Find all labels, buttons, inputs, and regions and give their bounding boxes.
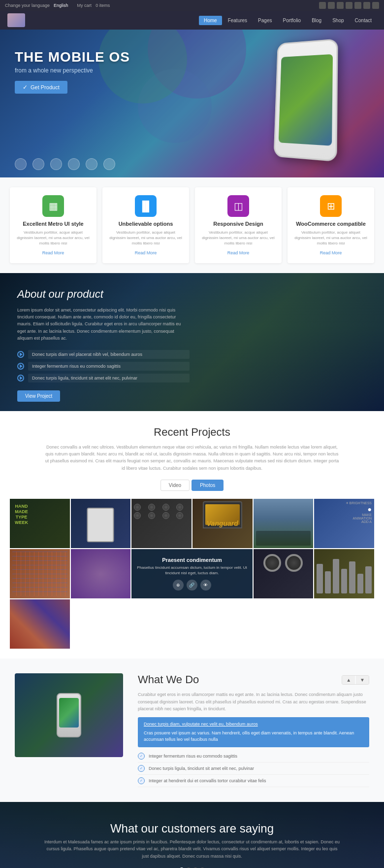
wwd-header: What We Do ▲ ▼	[138, 673, 369, 686]
filter-tabs: Video Photos	[10, 480, 374, 491]
nav-link-home[interactable]: Home	[199, 16, 222, 25]
projects-section: Recent Projects Donec convallis a velit …	[0, 411, 384, 659]
wwd-check-2: ✓	[138, 777, 145, 784]
nav-link-portfolio[interactable]: Portfolio	[278, 16, 306, 25]
wwd-nav-buttons: ▲ ▼	[342, 675, 369, 685]
wwd-highlighted-link[interactable]: Donec turpis diam, vulputate nec velit e…	[144, 721, 363, 728]
social-icon-2[interactable]	[328, 2, 335, 9]
about-desc: Lorem ipsum dolor sit amet, consectetur …	[17, 307, 190, 342]
feature-readmore-2[interactable]: Read More	[201, 250, 276, 255]
wwd-image	[15, 673, 123, 757]
hero-icon-5	[86, 158, 97, 170]
main-nav: Home Features Pages Portfolio Blog Shop …	[0, 11, 384, 30]
special-action-icons: ⊕ 🔗 👁	[173, 580, 211, 590]
nav-link-features[interactable]: Features	[223, 16, 252, 25]
portfolio-item-special[interactable]: Praesent condimentum Phasellus tincidunt…	[131, 549, 252, 598]
filter-photos[interactable]: Photos	[192, 480, 224, 491]
portfolio-item-9[interactable]	[254, 549, 314, 598]
features-section: ▦ Excellent Metro UI style Vestibulum po…	[0, 177, 384, 273]
view-project-button[interactable]: View Project	[17, 390, 60, 402]
wwd-list-item-1: ✓ Donec turpis ligula, tincidunt sit ame…	[138, 763, 369, 775]
portfolio-item-2[interactable]	[131, 499, 192, 548]
features-grid: ▦ Excellent Metro UI style Vestibulum po…	[10, 187, 374, 263]
feature-readmore-1[interactable]: Read More	[108, 250, 183, 255]
portfolio-item-7[interactable]	[71, 549, 131, 598]
wwd-list-text-0: Integer fermentum risus eu commodo sagit…	[149, 754, 237, 759]
special-title: Praesent condimentum	[162, 557, 222, 563]
special-action-link[interactable]: 🔗	[187, 580, 197, 590]
wwd-list-text-2: Integer at hendrerit dui et convallis to…	[149, 778, 266, 783]
woo-icon: ⊞	[327, 200, 335, 212]
about-list-item-2: Donec turpis ligula, tincidunt sit amet …	[17, 374, 190, 382]
phone-body	[274, 38, 338, 162]
testimonials-desc: Interdum et Malesuada fames ac ante ipsu…	[44, 838, 340, 860]
feature-desc-3: Vestibulum porttitor, acque aliquet dign…	[293, 230, 368, 246]
feature-card-1: ▐▌ Unbelievable options Vestibulum portt…	[102, 187, 189, 263]
feature-readmore-0[interactable]: Read More	[16, 250, 91, 255]
nav-link-blog[interactable]: Blog	[307, 16, 326, 25]
about-list-text-2: Donec turpis ligula, tincidunt sit amet …	[28, 374, 190, 382]
about-list-item-0: Donec turpis diam vel placerat nibh vel,…	[17, 350, 190, 359]
phone-screen	[279, 54, 333, 146]
feature-title-0: Excellent Metro UI style	[16, 221, 91, 227]
wwd-content: What We Do ▲ ▼ Curabitur eget eros in er…	[138, 673, 369, 787]
feature-icon-woo: ⊞	[320, 195, 342, 217]
social-icon-6[interactable]	[363, 2, 370, 9]
portfolio-item-6[interactable]	[10, 549, 70, 598]
portfolio-item-11[interactable]	[10, 599, 70, 649]
responsive-icon: ◫	[234, 200, 243, 212]
hero-icon-4	[68, 158, 80, 170]
top-bar-left: Change your language English My cart 0 i…	[5, 3, 110, 8]
feature-title-3: WooCommerce compatible	[293, 221, 368, 227]
mountain-overlay	[256, 531, 311, 546]
about-content: About our product Lorem ipsum dolor sit …	[17, 288, 190, 402]
list-dot-2	[17, 375, 24, 382]
tablet-mockup	[87, 508, 114, 542]
feature-icon-metro: ▦	[42, 195, 64, 217]
feature-icon-responsive: ◫	[227, 195, 249, 217]
cart-label: My cart	[77, 3, 92, 8]
vanguard-logo: Vanguard	[207, 520, 238, 527]
feature-readmore-3[interactable]: Read More	[293, 250, 368, 255]
wwd-nav-up[interactable]: ▲	[342, 676, 355, 684]
social-icon-3[interactable]	[337, 2, 344, 9]
projects-title: Recent Projects	[10, 426, 374, 439]
testimonials-content: What our customers are saying Interdum e…	[15, 822, 369, 868]
check-icon: ✓	[23, 84, 28, 91]
portfolio-item-3[interactable]: Vanguard	[192, 499, 253, 548]
slider-controls	[317, 559, 372, 593]
social-icon-5[interactable]	[354, 2, 361, 9]
portfolio-item-5[interactable]: ☀ BRIGHTNESS ● MAKEANIMATIONADD A	[314, 499, 374, 548]
knob-controls	[134, 504, 189, 519]
portfolio-item-10[interactable]	[314, 549, 374, 598]
social-icon-7[interactable]	[372, 2, 379, 9]
about-list-item-1: Integer fermentum risus eu commodo sagit…	[17, 362, 190, 371]
wwd-nav-down[interactable]: ▼	[356, 676, 369, 684]
colorful-bg	[10, 599, 70, 649]
wwd-list-text-1: Donec turpis ligula, tincidunt sit amet …	[149, 766, 254, 771]
top-bar: Change your language English My cart 0 i…	[0, 0, 384, 11]
social-icon-1[interactable]	[319, 2, 326, 9]
wwd-desc: Curabitur eget eros in eros ullamcorper …	[138, 691, 369, 712]
filter-video[interactable]: Video	[160, 480, 190, 491]
about-list: Donec turpis diam vel placerat nibh vel,…	[17, 350, 190, 382]
portfolio-item-4[interactable]	[254, 499, 314, 548]
feature-card-3: ⊞ WooCommerce compatible Vestibulum port…	[288, 187, 374, 263]
wwd-highlighted-desc: Cras posuere vel ipsum ac varius. Nam he…	[144, 730, 363, 743]
portfolio-item-0[interactable]: HANDMADETYPEWEEK	[10, 499, 70, 548]
wwd-image-inner	[15, 673, 123, 757]
list-dot-1	[17, 363, 24, 370]
get-product-button[interactable]: ✓ Get Product	[15, 81, 67, 94]
special-action-eye[interactable]: 👁	[200, 580, 211, 590]
nav-link-pages[interactable]: Pages	[253, 16, 277, 25]
testimonials-title: What our customers are saying	[15, 822, 369, 835]
brightness-control: ☀ BRIGHTNESS ● MAKEANIMATIONADD A	[346, 501, 372, 523]
language-select[interactable]: English	[54, 3, 68, 8]
special-action-share[interactable]: ⊕	[173, 580, 184, 590]
nav-link-contact[interactable]: Contact	[350, 16, 377, 25]
about-list-text-0: Donec turpis diam vel placerat nibh vel,…	[28, 350, 190, 359]
nav-logo[interactable]	[7, 13, 25, 27]
portfolio-item-1[interactable]	[71, 499, 131, 548]
social-icon-4[interactable]	[346, 2, 352, 9]
nav-link-shop[interactable]: Shop	[327, 16, 349, 25]
